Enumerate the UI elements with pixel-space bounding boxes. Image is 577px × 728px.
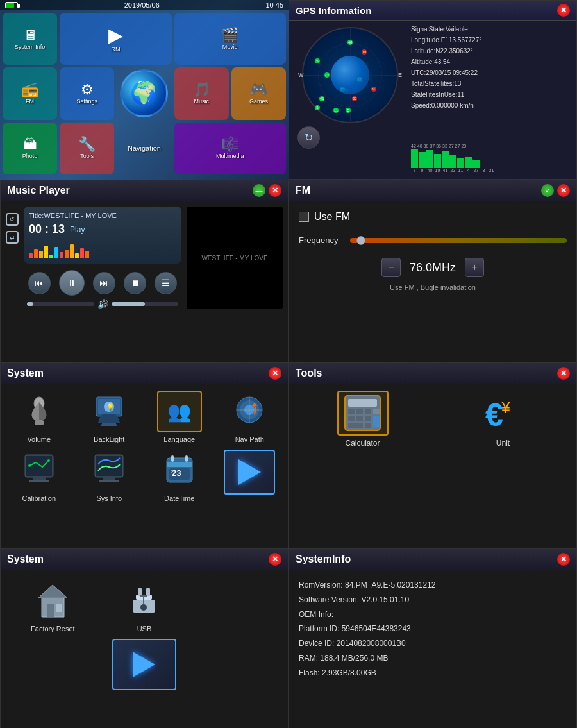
next-button[interactable]: ⏭ xyxy=(93,272,115,294)
backlight-label: BackLight xyxy=(94,436,124,443)
eq-bar-11 xyxy=(80,248,84,258)
gps-bar-0 xyxy=(411,149,418,168)
sys-item-volume[interactable]: Volume xyxy=(7,391,71,443)
sys2-item-factory-reset[interactable]: Factory Reset xyxy=(10,580,96,632)
unit-icon: € ¥ xyxy=(478,391,529,436)
music-progress: 🔊 xyxy=(24,299,181,309)
tools-icon: 🔧 xyxy=(78,137,96,151)
sys-item-language[interactable]: 👥 Language xyxy=(147,391,212,443)
fm-note: Use FM , Bugle invalidation xyxy=(299,284,567,291)
music-minimize-button[interactable]: — xyxy=(253,184,265,197)
home-screen: 2019/05/06 10 45 🖥 System Info ▶ RM 🎬 Mo… xyxy=(0,0,288,180)
app-rm[interactable]: ▶ RM xyxy=(60,13,171,65)
gps-close-button[interactable]: ✕ xyxy=(557,4,570,17)
gps-bar-numbers: 42 40 38 37 36 33 27 27 23 xyxy=(411,144,573,148)
gps-bar-4 xyxy=(442,151,449,168)
sysinfo-rom: RomVersion: 84.PM_A9.E-5.020131212 xyxy=(299,578,567,593)
stop-button[interactable]: ⏹ xyxy=(124,272,146,294)
app-navigation-center[interactable]: 🌍 xyxy=(117,67,171,119)
usb-icon xyxy=(122,580,167,622)
prev-button[interactable]: ⏮ xyxy=(28,272,51,294)
gps-header: GPS Information ✕ xyxy=(289,1,576,21)
svg-rect-22 xyxy=(171,455,174,462)
svg-rect-14 xyxy=(33,477,46,480)
volume-icon xyxy=(17,391,62,432)
svg-rect-42 xyxy=(47,604,54,617)
sysinfo-content: RomVersion: 84.PM_A9.E-5.020131212 Softw… xyxy=(289,570,576,688)
sys-item-backlight[interactable]: 💡 BackLight xyxy=(78,391,142,443)
tool-item-calculator[interactable]: Calculator xyxy=(296,391,430,448)
system2-close-button[interactable]: ✕ xyxy=(269,553,281,566)
playlist-button[interactable]: ☰ xyxy=(155,272,177,294)
svg-rect-33 xyxy=(348,416,355,421)
calibration-icon xyxy=(17,450,62,491)
app-games[interactable]: 🎮 Games xyxy=(231,67,286,119)
music-video-screen: WESTLIFE - MY LOVE xyxy=(187,207,283,309)
fm-panel: FM ✓ ✕ Use FM Frequency − 76.0MHz + xyxy=(288,180,577,362)
sys-item-sysinfo[interactable]: Sys Info xyxy=(78,450,142,502)
repeat-icon[interactable]: ↺ xyxy=(6,213,19,226)
sat-dot-11: 11 xyxy=(333,108,339,113)
fm-plus-button[interactable]: + xyxy=(465,258,484,277)
tools-close-button[interactable]: ✕ xyxy=(557,367,570,380)
sys-item-play[interactable] xyxy=(218,450,282,502)
unit-label: Unit xyxy=(496,439,510,448)
tool-item-unit[interactable]: € ¥ Unit xyxy=(436,391,570,448)
gps-bars-container xyxy=(411,149,573,168)
music-close-button[interactable]: ✕ xyxy=(269,184,281,197)
music-controls: ⏮ ⏸ ⏭ ⏹ ☰ xyxy=(24,267,181,299)
music-time: 00 : 13 xyxy=(29,223,65,236)
play-large-button[interactable] xyxy=(224,450,275,495)
status-bar: 2019/05/06 10 45 xyxy=(0,0,288,10)
gps-refresh-button[interactable]: ↻ xyxy=(297,126,320,149)
app-multimedia[interactable]: 🎼 Multimedia xyxy=(174,123,286,174)
fm-slider[interactable] xyxy=(350,238,567,243)
app-photo[interactable]: 🏔 Photo xyxy=(3,123,57,174)
app-tools[interactable]: 🔧 Tools xyxy=(60,123,114,174)
shuffle-icon[interactable]: ⇄ xyxy=(6,231,19,244)
fm-close-button[interactable]: ✕ xyxy=(557,184,570,197)
system-grid: Volume 💡 BackLight xyxy=(1,384,288,509)
sys-item-datetime[interactable]: 23 23 DateTime xyxy=(147,450,212,502)
movie-icon: 🎬 xyxy=(221,28,238,42)
svg-rect-48 xyxy=(146,588,150,596)
sysinfo-panel: SystemInfo ✕ RomVersion: 84.PM_A9.E-5.02… xyxy=(288,548,577,728)
sys-item-calibration[interactable]: Calibration xyxy=(7,450,71,502)
pause-button[interactable]: ⏸ xyxy=(59,270,85,296)
fm-checkbox[interactable] xyxy=(299,212,309,222)
gps-bar-7 xyxy=(465,157,472,168)
fm-confirm-button[interactable]: ✓ xyxy=(541,184,554,197)
app-movie[interactable]: 🎬 Movie xyxy=(174,13,286,65)
svg-rect-32 xyxy=(373,409,380,414)
music-title: Music Player xyxy=(7,185,70,196)
eq-bar-2 xyxy=(34,249,38,258)
system-close-button[interactable]: ✕ xyxy=(269,367,281,380)
gps-info-panel: SignalState:Vailable Longitude:E113.5677… xyxy=(411,24,573,176)
app-fm[interactable]: 📻 FM xyxy=(3,67,57,119)
calibration-label: Calibration xyxy=(22,495,56,502)
fm-minus-button[interactable]: − xyxy=(381,258,401,277)
radar-east-label: E xyxy=(398,72,402,78)
system-tools-row: System ✕ Volume xyxy=(0,362,577,548)
fm-frequency-display: 76.0MHz xyxy=(407,261,458,275)
svg-rect-1 xyxy=(35,420,44,425)
progress-bar[interactable] xyxy=(27,302,94,306)
sat-dot-4: 23 xyxy=(324,72,330,78)
sysinfo-close-button[interactable]: ✕ xyxy=(557,553,570,566)
sat-dot-2: 5 xyxy=(315,58,320,63)
volume-bar[interactable] xyxy=(112,302,179,306)
gps-bar-chart: 42 40 38 37 36 33 27 27 23 xyxy=(411,144,573,176)
app-music[interactable]: 🎵 Music xyxy=(174,67,229,119)
sys-item-nav-path[interactable]: Nav Path xyxy=(218,391,282,443)
app-settings[interactable]: ⚙ Settings xyxy=(60,67,114,119)
eq-bar-9 xyxy=(70,244,74,258)
app-system-info[interactable]: 🖥 System Info xyxy=(3,13,57,65)
sys2-item-usb[interactable]: USB xyxy=(102,580,187,632)
app-navigation-label[interactable]: Navigation xyxy=(117,123,171,174)
music-fm-row: Music Player — ✕ ↺ ⇄ Title:WESTLIFE - MY… xyxy=(0,180,577,362)
sys2-item-play[interactable] xyxy=(102,639,187,690)
music-header-buttons: — ✕ xyxy=(253,184,281,197)
tools-title: Tools xyxy=(296,368,322,379)
fm-slider-thumb xyxy=(356,236,365,245)
play-large-button-2[interactable] xyxy=(112,639,176,690)
